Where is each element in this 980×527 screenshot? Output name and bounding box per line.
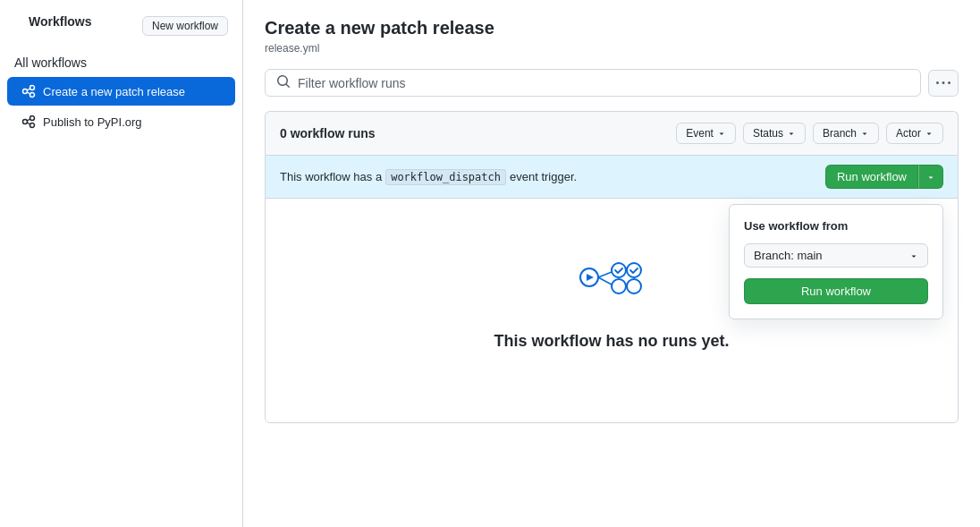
svg-line-13 xyxy=(598,277,612,285)
sidebar-item-label-active: Create a new patch release xyxy=(43,85,185,98)
main-content: Create a new patch release release.yml 0… xyxy=(243,0,980,527)
trigger-suffix: event trigger. xyxy=(510,170,577,183)
trigger-code: workflow_dispatch xyxy=(385,169,506,185)
filter-buttons: Event Status Branch Actor xyxy=(676,123,943,144)
event-filter-button[interactable]: Event xyxy=(676,123,736,144)
new-workflow-button[interactable]: New workflow xyxy=(142,16,228,36)
svg-line-9 xyxy=(28,123,30,124)
runs-count: 0 workflow runs xyxy=(280,126,376,140)
svg-line-4 xyxy=(28,92,30,94)
status-filter-button[interactable]: Status xyxy=(743,123,806,144)
svg-line-8 xyxy=(28,119,30,121)
svg-point-7 xyxy=(30,123,35,128)
sidebar-item-publish-to-pypi[interactable]: Publish to PyPI.org xyxy=(7,107,235,136)
all-workflows-link[interactable]: All workflows xyxy=(0,50,242,75)
more-options-button[interactable] xyxy=(928,70,959,97)
svg-marker-11 xyxy=(587,274,594,281)
empty-state-text: This workflow has no runs yet. xyxy=(494,332,729,351)
workflow-inactive-icon xyxy=(21,115,36,129)
svg-point-6 xyxy=(30,116,35,121)
workflow-active-icon xyxy=(21,84,36,98)
search-input-wrap xyxy=(265,69,921,97)
workflow-illustration xyxy=(571,252,652,318)
branch-select-chevron-icon xyxy=(909,251,918,260)
sidebar-item-label-inactive: Publish to PyPI.org xyxy=(43,115,142,129)
status-filter-label: Status xyxy=(753,127,783,140)
run-workflow-submit-button[interactable]: Run workflow xyxy=(744,278,928,304)
popover-title: Use workflow from xyxy=(744,219,928,233)
more-icon xyxy=(936,76,950,90)
actor-filter-label: Actor xyxy=(896,127,921,140)
search-icon xyxy=(276,74,291,91)
branch-filter-label: Branch xyxy=(823,127,857,140)
run-workflow-chevron-icon xyxy=(926,173,935,182)
svg-line-3 xyxy=(28,89,30,90)
sidebar: Workflows New workflow All workflows Cre… xyxy=(0,0,243,527)
event-filter-label: Event xyxy=(686,127,714,140)
page-title: Create a new patch release xyxy=(265,18,959,38)
sidebar-item-create-patch-release[interactable]: Create a new patch release xyxy=(7,77,235,106)
branch-chevron-icon xyxy=(860,129,869,138)
actor-chevron-icon xyxy=(925,129,934,138)
svg-point-14 xyxy=(612,263,626,277)
run-workflow-popover: Use workflow from Branch: main Run workf… xyxy=(729,204,943,319)
runs-header: 0 workflow runs Event Status Branch Acto… xyxy=(265,111,959,155)
status-chevron-icon xyxy=(787,129,796,138)
trigger-text: This workflow has a workflow_dispatch ev… xyxy=(280,169,577,185)
svg-point-0 xyxy=(23,89,28,94)
svg-point-5 xyxy=(23,120,28,124)
run-workflow-wrap: Run workflow Use workflow from Branch: m… xyxy=(825,165,943,189)
workflow-trigger-banner: This workflow has a workflow_dispatch ev… xyxy=(266,156,958,199)
branch-select-button[interactable]: Branch: main xyxy=(744,243,928,268)
sidebar-title: Workflows xyxy=(14,14,106,39)
run-workflow-button[interactable]: Run workflow xyxy=(825,165,918,189)
search-bar xyxy=(265,69,959,97)
svg-point-18 xyxy=(627,279,641,293)
event-chevron-icon xyxy=(717,129,726,138)
branch-select-label: Branch: main xyxy=(754,249,823,262)
svg-point-1 xyxy=(30,86,35,90)
svg-point-15 xyxy=(627,263,641,277)
trigger-prefix: This workflow has a xyxy=(280,170,382,183)
run-workflow-caret-button[interactable] xyxy=(918,165,943,189)
runs-body: This workflow has a workflow_dispatch ev… xyxy=(265,155,959,423)
search-input[interactable] xyxy=(298,76,909,90)
page-subtitle: release.yml xyxy=(265,42,959,55)
branch-filter-button[interactable]: Branch xyxy=(813,123,879,144)
svg-point-2 xyxy=(30,93,35,98)
svg-point-17 xyxy=(612,279,626,293)
actor-filter-button[interactable]: Actor xyxy=(886,123,943,144)
svg-line-12 xyxy=(598,272,612,277)
